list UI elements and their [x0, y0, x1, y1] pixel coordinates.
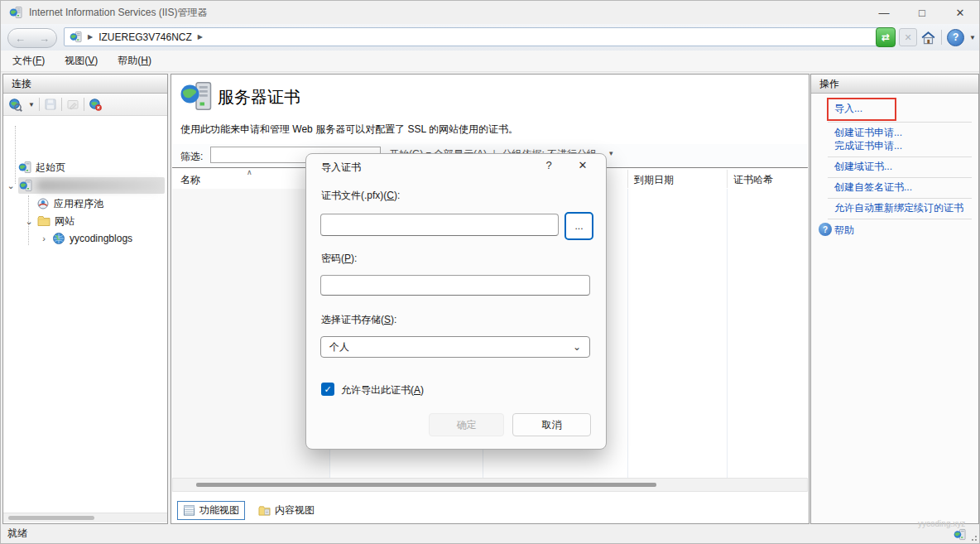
allow-export-label: 允许导出此证书(A) — [341, 383, 424, 397]
status-bar: 就绪 — [1, 524, 979, 543]
expander-expanded-icon[interactable]: ⌄ — [25, 216, 33, 227]
dialog-help-button[interactable]: ? — [540, 159, 557, 171]
column-divider[interactable] — [627, 170, 628, 188]
address-bar: ← → ▶ IZUEREG3V746NCZ ▶ ⇄ ✕ ? ▼ — [1, 24, 979, 51]
action-help[interactable]: 帮助 — [834, 224, 854, 238]
back-button[interactable]: ← — [15, 32, 26, 45]
breadcrumb-server-name[interactable]: IZUEREG3V746NCZ — [98, 31, 192, 43]
tree-item-app-pools[interactable]: 应用程序池 — [36, 195, 103, 212]
create-connection-icon[interactable] — [8, 98, 22, 112]
nav-buttons: ← → — [7, 28, 57, 48]
breadcrumb-arrow-icon[interactable]: ▶ — [198, 33, 203, 41]
actions-divider — [828, 122, 972, 123]
iis-manager-window: Internet Information Services (IIS)管理器 —… — [0, 0, 980, 544]
selected-store-value: 个人 — [329, 340, 349, 354]
help-button[interactable]: ? — [947, 29, 964, 46]
red-annotation-box — [827, 98, 896, 121]
app-pools-icon — [36, 197, 50, 210]
scrollbar-thumb[interactable] — [8, 516, 94, 520]
scrollbar-thumb[interactable] — [196, 483, 656, 487]
action-create-domain-certificate[interactable]: 创建域证书... — [834, 160, 892, 174]
certificate-store-select[interactable]: 个人 ⌄ — [320, 336, 590, 358]
chevron-down-icon: ⌄ — [573, 341, 581, 353]
server-icon — [70, 31, 82, 43]
server-globe-icon — [18, 161, 31, 174]
content-view-icon — [258, 504, 271, 517]
password-input[interactable] — [320, 275, 590, 296]
action-auto-rebind[interactable]: 允许自动重新绑定续订的证书 — [834, 201, 963, 215]
actions-divider — [828, 177, 972, 178]
horizontal-scrollbar[interactable] — [3, 513, 167, 522]
column-name[interactable]: 名称 — [180, 173, 200, 187]
resize-grip[interactable] — [968, 532, 977, 541]
expander-expanded-icon[interactable]: ⌄ — [7, 181, 15, 191]
breadcrumb[interactable]: ▶ IZUEREG3V746NCZ ▶ — [64, 27, 885, 46]
tree-item-label: 起始页 — [36, 161, 65, 175]
dialog-close-button[interactable]: ✕ — [573, 159, 593, 171]
allow-export-checkbox[interactable]: ✓ — [321, 383, 334, 396]
feature-view-icon — [183, 504, 195, 517]
filter-label: 筛选: — [180, 150, 203, 164]
actions-divider — [828, 156, 972, 157]
column-expiry[interactable]: 到期日期 — [634, 173, 674, 187]
titlebar: Internet Information Services (IIS)管理器 —… — [1, 1, 979, 24]
minimize-button[interactable]: — — [865, 1, 903, 24]
import-certificate-dialog: 导入证书 ? ✕ 证书文件(.pfx)(C): ... 密码(P): 选择证书存… — [305, 153, 607, 450]
action-complete-certificate-request[interactable]: 完成证书申请... — [834, 139, 902, 153]
window-title: Internet Information Services (IIS)管理器 — [29, 6, 207, 20]
addressbar-buttons: ⇄ ✕ ? ▼ — [876, 27, 976, 47]
tab-label: 功能视图 — [199, 503, 239, 518]
menu-file[interactable]: 文件(F) — [12, 54, 45, 68]
server-certificates-icon — [180, 79, 213, 113]
expander-collapsed-icon[interactable]: › — [40, 233, 48, 243]
close-button[interactable]: ✕ — [941, 1, 979, 24]
tree-item-label: 网站 — [55, 214, 74, 229]
tree-item-site[interactable]: › yycodingblogs — [40, 230, 132, 247]
iis-logo-icon — [9, 6, 22, 19]
certificate-file-input[interactable] — [320, 214, 559, 236]
help-dropdown-icon[interactable]: ▼ — [969, 34, 976, 41]
blurred-server-name — [36, 180, 162, 191]
maximize-button[interactable]: □ — [903, 1, 941, 24]
help-icon: ? — [819, 223, 832, 236]
toolbar-divider — [941, 30, 942, 45]
sort-ascending-icon: ∧ — [247, 168, 252, 176]
certificate-file-label: 证书文件(.pfx)(C): — [321, 189, 400, 203]
menu-view[interactable]: 视图(V) — [65, 54, 98, 68]
create-connection-dropdown-icon[interactable]: ▼ — [28, 101, 35, 108]
cancel-button[interactable]: 取消 — [512, 413, 591, 436]
browse-button[interactable]: ... — [564, 212, 593, 240]
tree-item-sites[interactable]: ⌄ 网站 — [25, 213, 74, 229]
tab-content-view[interactable]: 内容视图 — [253, 502, 319, 519]
stop-button: ✕ — [899, 28, 917, 46]
tree-item-label: 应用程序池 — [54, 197, 103, 211]
status-text: 就绪 — [7, 527, 27, 541]
actions-panel: 操作 导入... 创建证书申请... 完成证书申请... 创建域证书... 创建… — [810, 74, 979, 524]
action-create-self-signed-certificate[interactable]: 创建自签名证书... — [834, 181, 912, 195]
horizontal-scrollbar[interactable] — [172, 478, 808, 492]
tree-item-label: yycodingblogs — [70, 233, 132, 244]
refresh-button[interactable]: ⇄ — [876, 27, 896, 47]
remove-connection-icon[interactable] — [89, 98, 103, 112]
tree-item-server[interactable]: ⌄ — [7, 177, 36, 194]
toolbar-divider — [84, 98, 84, 111]
page-title: 服务器证书 — [218, 86, 300, 108]
actions-divider — [828, 219, 972, 219]
forward-button[interactable]: → — [39, 32, 50, 45]
menu-help[interactable]: 帮助(H) — [118, 54, 151, 68]
watermark: yycoding.xyz — [918, 519, 965, 528]
action-create-certificate-request[interactable]: 创建证书申请... — [834, 126, 902, 140]
save-connections-icon — [44, 98, 57, 111]
tab-feature-view[interactable]: 功能视图 — [177, 501, 245, 520]
server-icon — [19, 179, 32, 192]
column-hash[interactable]: 证书哈希 — [733, 173, 773, 187]
tree-item-start-page[interactable]: 起始页 — [18, 159, 65, 176]
grid-line — [627, 189, 628, 478]
group-by-dropdown-icon[interactable]: ▾ — [609, 149, 613, 157]
column-divider[interactable] — [727, 170, 728, 188]
home-icon[interactable] — [920, 30, 936, 46]
dialog-title: 导入证书 — [321, 161, 361, 175]
password-label: 密码(P): — [321, 252, 357, 266]
ok-button: 确定 — [429, 413, 504, 436]
breadcrumb-arrow-icon[interactable]: ▶ — [88, 33, 93, 41]
